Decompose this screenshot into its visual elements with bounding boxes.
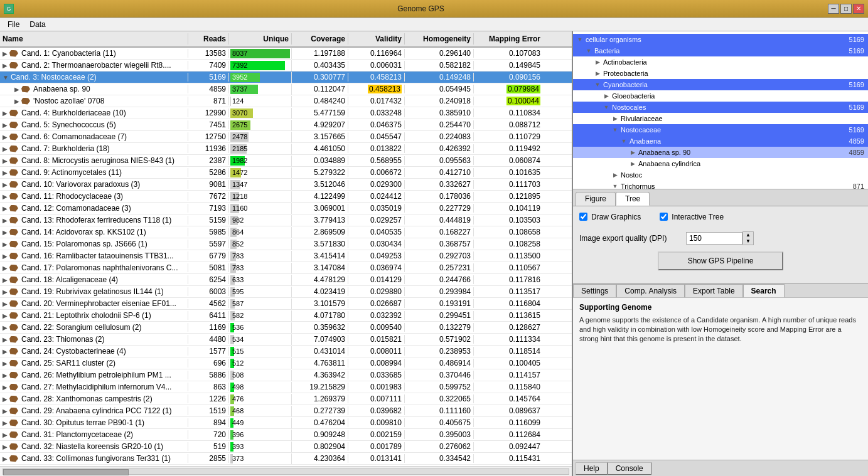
tree-node[interactable]: ▶Nostoc [573,169,868,181]
expand-arrow-icon[interactable]: ▶ [3,229,8,236]
expand-arrow-icon[interactable]: ▶ [3,420,8,426]
menu-file[interactable]: File [3,19,24,30]
tree-area[interactable]: ▼cellular organisms5169▼Bacteria5169▶Act… [573,31,868,189]
table-row[interactable]: ▶Cand. 12: Comamonadaceae (3)719311603.0… [0,203,572,214]
tree-node[interactable]: ▼Cyanobacteria5169 [573,79,868,90]
tree-node[interactable]: ▶Gloeobacteria [573,90,868,102]
table-row[interactable]: ▶Cand. 8: Microcystis aeruginosa NIES-84… [0,155,572,167]
window-controls[interactable]: ─ □ ✕ [828,4,864,14]
table-row[interactable]: ▶Cand. 19: Rubrivivax gelatinosus IL144 … [0,286,572,298]
table-row[interactable]: ▶Cand. 4: Burkholderiaceae (10)129903070… [0,107,572,119]
table-row[interactable]: ▶Cand. 15: Polaromonas sp. JS666 (1)5597… [0,238,572,250]
expand-arrow-icon[interactable]: ▶ [3,122,8,129]
tree-expand-icon[interactable]: ▼ [611,183,619,189]
tree-node[interactable]: ▼Bacteria5169 [573,45,868,56]
dpi-select[interactable]: 150 [686,232,742,245]
table-row[interactable]: ▶Cand. 26: Methylibium petroleiphilum PM… [0,369,572,381]
expand-arrow-icon[interactable]: ▶ [3,62,8,69]
tree-expand-icon[interactable]: ▶ [611,115,619,122]
tree-expand-icon[interactable]: ▶ [628,149,637,156]
table-row[interactable]: ▶Cand. 10: Variovorax paradoxus (3)90811… [0,179,572,191]
minimize-button[interactable]: ─ [828,4,839,14]
expand-arrow-icon[interactable]: ▶ [3,431,8,438]
close-button[interactable]: ✕ [853,4,864,14]
dpi-spinner[interactable]: ▲ ▼ [742,231,754,245]
tree-expand-icon[interactable]: ▼ [584,48,593,54]
expand-arrow-icon[interactable]: ▶ [3,300,8,307]
tree-node[interactable]: ▶Rivulariaceae [573,113,868,124]
tree-node[interactable]: ▶Anabaena cylindrica [573,158,868,169]
table-row[interactable]: ▶Cand. 23: Thiomonas (2)44805347.0749030… [0,334,572,346]
bottom-tab-search[interactable]: Search [743,284,785,297]
table-row[interactable]: ▶Cand. 2: Thermoanaerobacter wiegelii Rt… [0,60,572,71]
table-row[interactable]: ▶Cand. 11: Rhodocyclaceae (3)767212184.1… [0,191,572,203]
tree-expand-icon[interactable]: ▶ [602,93,611,99]
table-row[interactable]: ▶Cand. 1: Cyanobacteria (11)1358380371.1… [0,48,572,60]
dpi-down[interactable]: ▼ [743,238,753,245]
table-row[interactable]: ▶Cand. 31: Planctomycetaceae (2)7203960.… [0,429,572,441]
table-row[interactable]: ▶Cand. 27: Methylacidiphilum infernorum … [0,381,572,393]
tree-node[interactable]: ▼Nostocaceae5169 [573,124,868,135]
table-row[interactable]: ▶Cand. 21: Leptothrix cholodnii SP-6 (1)… [0,310,572,322]
expand-arrow-icon[interactable]: ▼ [3,74,9,81]
table-row[interactable]: ▶Cand. 14: Acidovorax sp. KKS102 (1)5985… [0,226,572,238]
tree-expand-icon[interactable]: ▼ [576,36,584,43]
help-button[interactable]: Help [576,462,608,475]
expand-arrow-icon[interactable]: ▶ [3,443,8,450]
table-row[interactable]: ▶Cand. 13: Rhodoferax ferrireducens T118… [0,214,572,226]
tree-expand-icon[interactable]: ▶ [611,172,619,178]
expand-arrow-icon[interactable]: ▶ [14,98,19,105]
tree-expand-icon[interactable]: ▼ [619,138,628,144]
table-row[interactable]: ▶Cand. 28: Xanthomonas campestris (2)122… [0,393,572,405]
tree-node[interactable]: ▼Trichormus871 [573,181,868,189]
tree-node[interactable]: ▶Anabaena sp. 904859 [573,147,868,158]
h-scroll-track[interactable] [3,468,569,475]
expand-arrow-icon[interactable]: ▶ [3,134,8,140]
table-row[interactable]: ▶Cand. 29: Anabaena cylindrica PCC 7122 … [0,405,572,417]
expand-arrow-icon[interactable]: ▶ [3,217,8,224]
tree-expand-icon[interactable]: ▼ [611,127,619,133]
table-row[interactable]: ▶Cand. 33: Collimonas fungivorans Ter331… [0,453,572,465]
tab-figure[interactable]: Figure [576,192,616,206]
table-row[interactable]: ▶Cand. 18: Alcaligenaceae (4)62546334.47… [0,274,572,286]
tree-node[interactable]: ▶Actinobacteria [573,56,868,68]
table-body[interactable]: ▶Cand. 1: Cyanobacteria (11)1358380371.1… [0,48,572,466]
expand-arrow-icon[interactable]: ▶ [14,86,19,93]
table-row[interactable]: ▶Cand. 5: Synechococcus (5)745126754.929… [0,119,572,131]
table-row[interactable]: ▶'Nostoc azollae' 07088711240.4842400.01… [0,95,572,107]
expand-arrow-icon[interactable]: ▶ [3,288,8,295]
table-row[interactable]: ▶Cand. 30: Opitutus terrae PB90-1 (1)894… [0,417,572,429]
expand-arrow-icon[interactable]: ▶ [3,169,8,176]
tree-node[interactable]: ▶Proteobacteria [573,68,868,79]
expand-arrow-icon[interactable]: ▶ [3,348,8,355]
maximize-button[interactable]: □ [840,4,852,14]
bottom-tab-comp.-analysis[interactable]: Comp. Analysis [616,284,685,297]
table-row[interactable]: ▶Cand. 17: Polaromonas naphthalenivorans… [0,262,572,274]
expand-arrow-icon[interactable]: ▶ [3,277,8,283]
table-row[interactable]: ▶Cand. 7: Burkholderia (18)1193621854.46… [0,143,572,155]
table-row[interactable]: ▶Anabaena sp. 90485937370.1120470.458213… [0,83,572,95]
table-row[interactable]: ▶Cand. 20: Verminephrobacter eiseniae EF… [0,298,572,310]
tree-expand-icon[interactable]: ▼ [602,104,611,110]
interactive-tree-checkbox[interactable] [660,213,668,221]
expand-arrow-icon[interactable]: ▶ [3,265,8,272]
expand-arrow-icon[interactable]: ▶ [3,408,8,415]
table-row[interactable]: ▼Cand. 3: Nostocaceae (2)516939520.30077… [0,71,572,83]
console-button[interactable]: Console [608,462,651,475]
dpi-up[interactable]: ▲ [743,232,753,238]
tree-node[interactable]: ▼Nostocales5169 [573,102,868,113]
table-row[interactable]: ▶Cand. 32: Niastella koreensis GR20-10 (… [0,441,572,453]
expand-arrow-icon[interactable]: ▶ [3,384,8,391]
expand-arrow-icon[interactable]: ▶ [3,336,8,343]
expand-arrow-icon[interactable]: ▶ [3,455,8,462]
table-row[interactable]: ▶Cand. 24: Cystobacterineae (4)15775150.… [0,346,572,357]
expand-arrow-icon[interactable]: ▶ [3,253,8,260]
expand-arrow-icon[interactable]: ▶ [3,372,8,379]
table-row[interactable]: ▶Cand. 25: SAR11 cluster (2)6965124.7638… [0,357,572,369]
tree-expand-icon[interactable]: ▶ [628,161,637,167]
expand-arrow-icon[interactable]: ▶ [3,241,8,248]
tree-expand-icon[interactable]: ▶ [593,70,602,77]
expand-arrow-icon[interactable]: ▶ [3,110,8,117]
expand-arrow-icon[interactable]: ▶ [3,324,8,331]
bottom-tab-export-table[interactable]: Export Table [685,284,743,297]
